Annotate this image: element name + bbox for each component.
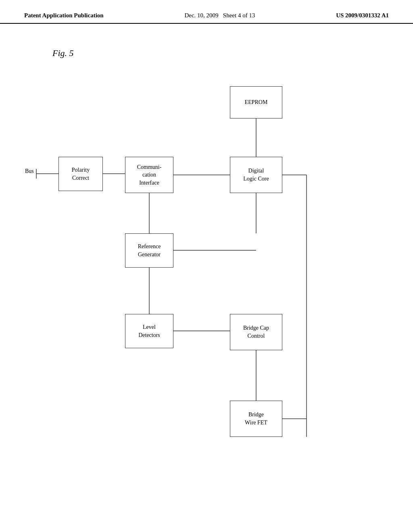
bus-label: Bus xyxy=(25,168,34,175)
polarity-correct-box: PolarityCorrect xyxy=(58,157,103,191)
eeprom-box: EEPROM xyxy=(230,86,282,118)
level-detectors-box: LevelDetectors xyxy=(125,314,173,348)
header-date-sheet: Dec. 10, 2009 Sheet 4 of 13 xyxy=(184,12,255,19)
digital-logic-core-box: DigitalLogic Core xyxy=(230,157,282,193)
communication-interface-box: Communi-cationInterface xyxy=(125,157,173,193)
figure-label: Fig. 5 xyxy=(52,48,74,58)
page-header: Patent Application Publication Dec. 10, … xyxy=(0,0,413,24)
diagram-area: Fig. 5 Bus EEPROM xyxy=(0,24,413,515)
reference-generator-box: ReferenceGenerator xyxy=(125,233,173,268)
publication-title: Patent Application Publication xyxy=(24,12,104,19)
connection-lines xyxy=(0,24,413,515)
bridge-wire-fet-box: BridgeWire FET xyxy=(230,401,282,437)
publication-date: Dec. 10, 2009 xyxy=(184,12,218,19)
bridge-cap-control-box: Bridge CapControl xyxy=(230,314,282,350)
patent-number: US 2009/0301332 A1 xyxy=(336,12,389,19)
sheet-info: Sheet 4 of 13 xyxy=(223,12,255,19)
